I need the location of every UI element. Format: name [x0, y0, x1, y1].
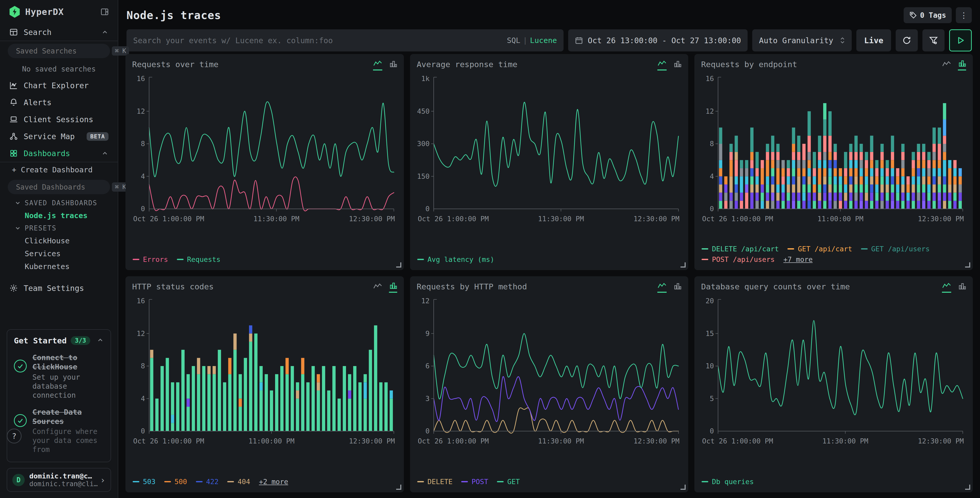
svg-text:12: 12 — [137, 329, 145, 337]
sidebar-item-team-settings[interactable]: Team Settings — [0, 279, 118, 297]
tags-button[interactable]: 0 Tags — [904, 7, 952, 23]
saved-searches-input[interactable]: ⌘ K — [8, 44, 110, 58]
date-range-picker[interactable]: Oct 26 13:00:00 - Oct 27 13:00:00 — [568, 29, 748, 51]
saved-dashboards-section-toggle[interactable]: SAVED DASHBOARDS — [0, 197, 118, 209]
sidebar-item-dashboards[interactable]: Dashboards — [0, 145, 118, 162]
legend-label: GET — [507, 478, 520, 486]
legend-item[interactable]: Errors — [133, 255, 168, 263]
legend-item[interactable]: GET — [497, 478, 520, 486]
chart-plot[interactable]: 05101520Oct 26 1:00:00 PM11:30:00 PM12:3… — [701, 294, 966, 455]
sidebar-item-service-map[interactable]: Service Map BETA — [0, 128, 118, 145]
shortcut-badge: ⌘ K — [112, 46, 129, 56]
legend-swatch — [417, 481, 424, 482]
granularity-value: Auto Granularity — [759, 36, 833, 45]
bar-chart-toggle-icon[interactable] — [673, 283, 681, 292]
legend-item[interactable]: Avg latency (ms) — [417, 255, 494, 263]
svg-text:11:30:00 PM: 11:30:00 PM — [538, 215, 584, 223]
chart-plot[interactable]: 0481216Oct 26 1:00:00 PM11:30:00 PM12:30… — [132, 72, 397, 233]
legend-item[interactable]: 404 — [227, 478, 250, 486]
legend-label: 404 — [237, 478, 250, 486]
date-range-value: Oct 26 13:00:00 - Oct 27 13:00:00 — [588, 36, 741, 45]
event-search-input[interactable] — [133, 36, 507, 45]
line-chart-toggle-icon[interactable] — [942, 282, 951, 293]
bar-chart-toggle-icon[interactable] — [673, 60, 681, 70]
legend-item[interactable]: GET /api/cart — [788, 245, 852, 253]
sidebar-dashboard-nodejs-traces[interactable]: Node.js traces — [0, 209, 118, 222]
line-chart-toggle-icon[interactable] — [373, 283, 382, 292]
svg-text:9: 9 — [425, 329, 430, 337]
line-chart-toggle-icon[interactable] — [373, 60, 382, 70]
chart-plot[interactable]: 036912Oct 26 1:00:00 PM11:30:00 PM12:30:… — [417, 294, 682, 455]
sql-option[interactable]: SQL — [507, 36, 520, 45]
refresh-icon — [902, 36, 912, 45]
legend-label: DELETE /api/cart — [712, 245, 779, 253]
svg-text:Oct 26 1:00:00 PM: Oct 26 1:00:00 PM — [133, 215, 204, 223]
svg-text:12:30:00 PM: 12:30:00 PM — [918, 437, 964, 445]
chevron-up-icon — [101, 150, 108, 157]
legend-swatch — [417, 259, 424, 260]
chart-canvas: 01503004501kOct 26 1:00:00 PM11:30:00 PM… — [417, 72, 681, 233]
bar-chart-toggle-icon[interactable] — [958, 60, 966, 70]
sidebar-preset-services[interactable]: Services — [0, 247, 118, 260]
chart-plot[interactable]: 0481216Oct 26 1:00:00 PM11:00:00 PM12:30… — [132, 294, 397, 455]
legend-item[interactable]: POST /api/users — [702, 255, 775, 263]
legend-label: 422 — [206, 478, 219, 486]
lucene-option[interactable]: Lucene — [530, 36, 557, 45]
svg-text:Oct 26 1:00:00 PM: Oct 26 1:00:00 PM — [418, 437, 489, 445]
create-dashboard-button[interactable]: + Create Dashboard — [0, 162, 118, 177]
legend-item[interactable]: DELETE — [417, 478, 453, 486]
event-search-box[interactable]: SQL|Lucene — [126, 29, 563, 51]
svg-text:0: 0 — [710, 427, 714, 435]
legend-more-link[interactable]: +7 more — [783, 255, 813, 263]
line-chart-toggle-icon[interactable] — [942, 60, 951, 70]
sidebar-collapse-icon[interactable] — [100, 8, 109, 16]
chart-plot[interactable]: 01503004501kOct 26 1:00:00 PM11:30:00 PM… — [417, 72, 682, 233]
sidebar-item-client-sessions[interactable]: Client Sessions — [0, 111, 118, 128]
bar-chart-toggle-icon[interactable] — [389, 282, 397, 293]
chart-title: Database query counts over time — [701, 282, 850, 291]
get-started-item-connect[interactable]: Connect to ClickHouse Set up your databa… — [14, 353, 104, 400]
saved-searches-field[interactable] — [16, 47, 108, 55]
live-button[interactable]: Live — [856, 29, 891, 51]
legend-item[interactable]: DELETE /api/cart — [702, 245, 779, 253]
line-chart-toggle-icon[interactable] — [657, 282, 667, 293]
legend-item[interactable]: Db queries — [702, 478, 754, 486]
legend-item[interactable]: Requests — [177, 255, 221, 263]
svg-text:11:00:00 PM: 11:00:00 PM — [818, 215, 864, 223]
more-options-button[interactable]: ⋮ — [956, 7, 972, 23]
sidebar-preset-clickhouse[interactable]: ClickHouse — [0, 234, 118, 247]
bar-chart-toggle-icon[interactable] — [958, 283, 966, 292]
sidebar-item-search[interactable]: Search — [0, 24, 118, 41]
line-chart-toggle-icon[interactable] — [657, 60, 667, 70]
page-title: Node.js traces — [126, 9, 221, 22]
filter-button[interactable] — [923, 29, 945, 51]
chevron-up-icon[interactable] — [97, 337, 104, 345]
user-account-button[interactable]: D dominic.tran@c… dominic.tran@cli… › — [7, 468, 111, 492]
get-started-item-desc: Configure where your data comes from — [32, 427, 104, 454]
chart-canvas: 05101520Oct 26 1:00:00 PM11:30:00 PM12:3… — [701, 294, 965, 455]
kebab-icon: ⋮ — [960, 11, 968, 20]
sidebar-preset-kubernetes[interactable]: Kubernetes — [0, 260, 118, 273]
get-started-item-datasources[interactable]: Create Data Sources Configure where your… — [14, 407, 104, 454]
legend-item[interactable]: POST — [461, 478, 488, 486]
query-language-toggle[interactable]: SQL|Lucene — [507, 36, 557, 45]
legend-label: 503 — [143, 478, 156, 486]
help-button[interactable]: ? — [7, 429, 22, 444]
run-query-button[interactable] — [949, 29, 972, 51]
presets-section-toggle[interactable]: PRESETS — [0, 222, 118, 234]
legend-more-link[interactable]: +2 more — [259, 478, 288, 486]
saved-dashboards-input[interactable]: ⌘ K — [8, 180, 110, 194]
sidebar-item-chart-explorer[interactable]: Chart Explorer — [0, 77, 118, 94]
refresh-button[interactable] — [896, 29, 918, 51]
sidebar-item-alerts[interactable]: Alerts — [0, 94, 118, 111]
granularity-select[interactable]: Auto Granularity — [752, 29, 852, 51]
chart-plot[interactable]: 0481216Oct 26 1:00:00 PM11:00:00 PM12:30… — [701, 72, 966, 233]
toolbar: SQL|Lucene Oct 26 13:00:00 - Oct 27 13:0… — [126, 29, 972, 51]
saved-dashboards-field[interactable] — [16, 183, 108, 192]
legend-item[interactable]: 500 — [164, 478, 187, 486]
legend-item[interactable]: 503 — [133, 478, 156, 486]
bar-chart-toggle-icon[interactable] — [389, 60, 397, 70]
legend-item[interactable]: 422 — [196, 478, 219, 486]
svg-text:5: 5 — [710, 394, 714, 402]
legend-item[interactable]: GET /api/users — [861, 245, 930, 253]
